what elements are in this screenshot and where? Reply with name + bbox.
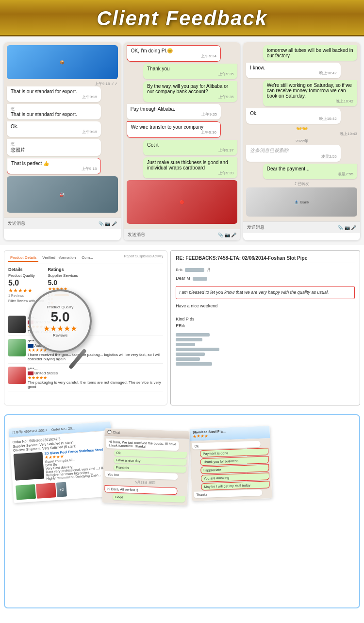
email-subject: RE: FEEDBACKS:7458-ETA: 02/06/2014-Fosha… (176, 255, 355, 263)
bubble-text-3c: We're still working on Saturday, so if w… (267, 83, 353, 99)
email-closing-1: Have a nice weekend (176, 303, 355, 310)
bubble-text-1a: That is our standard for export. (11, 89, 97, 94)
review-tabs: Product Details Verified Information Com… (8, 254, 163, 264)
review-thumb-1 (8, 316, 26, 333)
time-3b: 晚上10:42 (250, 70, 336, 76)
bubble-text-3a: tomorrow all tubes will be well backed i… (267, 48, 353, 58)
time-3c: 晚上10:42 (267, 99, 353, 104)
time-1b: 上午9:15 (11, 94, 97, 100)
time-2a: 上午9:34 (131, 53, 216, 59)
doc1-review: Super zhengda.ali... Best Se Very Fast d… (45, 455, 111, 480)
doc1-images: +2 (16, 479, 113, 500)
chat-icons-3: 📎 📷 🎤 (338, 225, 356, 230)
mag-stars: ★★★★★ (43, 324, 77, 333)
reviewer-3-name: k***...... (28, 367, 163, 371)
bubble-wire-transfer: We wire transfer to your company 上午9:36 (127, 121, 221, 138)
reviewer-3-stars: ★★★★★ (28, 375, 163, 380)
doc1-img1 (16, 484, 36, 500)
email-highlight-text: I am pleased to let you know that we are… (179, 290, 329, 295)
email-blurred-2 (193, 277, 207, 281)
mag-score: 5.0 (51, 310, 70, 324)
time-2b: 上午9:35 (147, 71, 233, 77)
ss-label: Supplier Services (48, 273, 78, 278)
chat-bottom-label-2: 发送消息 (128, 232, 145, 238)
chat-section: 📦 上午9:15 ✓✓ That is our standard for exp… (0, 36, 364, 245)
chat-image-1: 📦 (7, 45, 118, 79)
doc2-chat-header: 💬 Chat (107, 430, 120, 434)
chat-image-2: 🔴 (127, 180, 238, 224)
email-greeting: Dear M (176, 275, 355, 282)
sig-line-2 (176, 338, 202, 341)
doc-card-2: 💬 Chat Hi Dara, We just received the goo… (102, 428, 189, 505)
tab-verified[interactable]: Verified Information (40, 254, 78, 262)
doc-card-3: Stainless Steel Fra... ★★★★ Ok Payment i… (189, 426, 272, 501)
doc-inner-3: Ok Payment is done Thank you for busines… (190, 438, 272, 501)
review-card: Product Details Verified Information Com… (4, 250, 167, 405)
doc2-hi-dara: Hi Dara, We just received the goods. I'l… (106, 438, 179, 451)
pq-score: 5.0 (8, 279, 44, 287)
doc-grid: 订单号: 466498310010 Order No.: 20... Order… (9, 420, 355, 600)
chat-card-1: 📦 上午9:15 ✓✓ That is our standard for exp… (4, 42, 121, 240)
email-date: 月 (207, 268, 211, 272)
forwarded-label: ⤴ 已转发 (246, 181, 357, 186)
time-3d: 晚上10:42 (250, 116, 336, 121)
doc-inner-2: Hi Dara, We just received the goods. I'l… (102, 437, 189, 505)
sender-label-1d: 您 (11, 141, 97, 147)
bubble-payment: Dear the payment... 凌晨2:55 (263, 164, 357, 179)
tab-com[interactable]: Com... (80, 254, 95, 262)
chat-bottom-label-3: 发送消息 (247, 224, 265, 231)
chat-inner-3: tomorrow all tubes will be well backed i… (243, 42, 360, 221)
sig-line-3 (176, 343, 195, 346)
reviews-section: Product Details Verified Information Com… (0, 245, 364, 410)
bubble-iknow: I know. 晚上10:42 (246, 63, 340, 78)
doc1-product-img (14, 452, 45, 481)
page-title: Client Feedback (0, 7, 364, 30)
sender-label-1: 您 (11, 106, 97, 112)
bubble-ok-3: Ok. 晚上10:42 (246, 108, 340, 124)
bubble-received-1d: 您 您照片 (7, 139, 101, 156)
bubble-pay-alibaba: Pay through Alibaba. 上午9:35 (127, 104, 221, 119)
chat-image-1b: 🏭 (7, 176, 118, 213)
time-3e: 晚上10:43 (246, 131, 357, 136)
mag-label: Product Quality (47, 305, 74, 309)
bubble-received-1a: That is our standard for export. 上午9:15 (7, 86, 101, 102)
bubble-text-3d: Ok. (250, 111, 336, 116)
chat-bottom-3: 发送消息 📎 📷 🎤 (243, 221, 360, 233)
time-1a: 上午9:15 ✓✓ (7, 81, 118, 86)
sig-line-6 (176, 357, 200, 361)
bubble-received-1b: 您 That is our standard for export. (7, 104, 101, 119)
tab-product-details[interactable]: Product Details (8, 254, 38, 262)
reviewer-3-text: The packaging is very careful, the items… (28, 380, 163, 389)
sig-line-1 (176, 333, 210, 337)
email-from-name: Erik (176, 268, 182, 272)
ss-score: 5.0 (48, 279, 78, 286)
bubble-text-1d: 您照片 (11, 147, 97, 153)
doc1-order-no: Order No.: 20... (51, 426, 75, 431)
email-closing-2: Kind P ds (176, 316, 355, 323)
review-thumb-2 (8, 339, 26, 356)
sig-line-4 (176, 348, 219, 351)
email-greeting-text: Dear M (176, 276, 190, 281)
magnifier: Product Quality 5.0 ★★★★★ Reviews (29, 289, 92, 353)
chat-bottom-label-1: 发送消息 (8, 220, 25, 227)
review-count: 1 Reviews (8, 294, 44, 297)
chat-inner-2: OK, I'm doing Pl.😊 上午9:34 Thank you 上午9:… (124, 42, 241, 229)
chat-icons-2: 📎 📷 🎤 (218, 233, 236, 237)
ratings-heading: Ratings (48, 267, 78, 272)
bubble-text-2f: Got it (147, 142, 233, 148)
bubble-text-2c: By the way, will you pay for Alibaba or … (147, 84, 233, 94)
chat-bottom-1: 发送消息 📎 📷 🎤 (4, 218, 121, 229)
time-1c: 上午9:15 (11, 129, 97, 135)
sig-line-7 (176, 362, 212, 366)
doc2-good: Good (112, 494, 185, 503)
email-signature (176, 333, 355, 366)
documents-section: 订单号: 466498310010 Order No.: 20... Order… (4, 414, 360, 608)
doc1-img-row: +2 (16, 479, 113, 500)
details-heading: Details (8, 267, 44, 272)
time-3f: 凌晨2:55 (250, 154, 336, 159)
emoji-row: 👐👐 晚上10:43 (246, 126, 357, 136)
doc2-youtoo: You too (105, 471, 178, 480)
email-body: Dear M I am pleased to let you know that… (176, 275, 355, 366)
doc-card-1: 订单号: 466498310010 Order No.: 20... Order… (9, 421, 116, 503)
flag-us-3 (28, 371, 33, 375)
